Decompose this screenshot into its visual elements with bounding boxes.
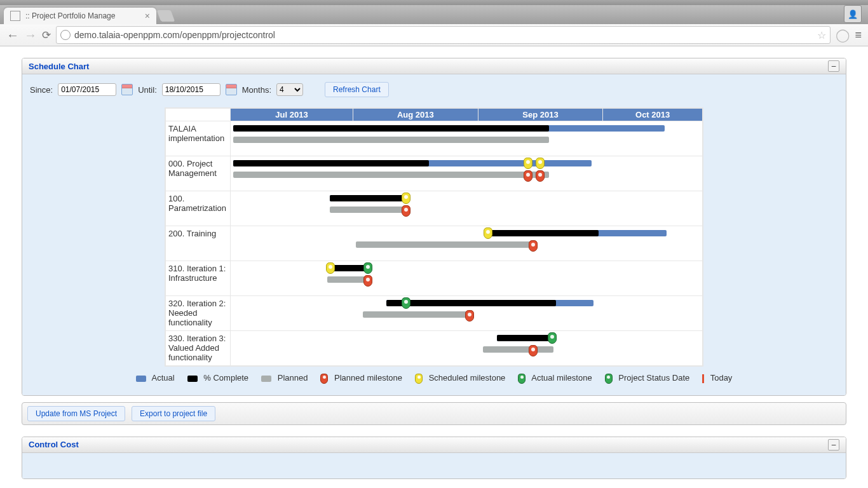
legend-item-today: Today (702, 373, 732, 384)
panel-header: Schedule Chart – (22, 58, 846, 74)
new-tab-button[interactable] (157, 10, 175, 22)
reload-button[interactable]: ⟳ (42, 30, 51, 41)
until-input[interactable] (162, 83, 220, 96)
extensions-icon[interactable]: ◯ (836, 29, 850, 41)
milestone-pin-scheduled (484, 227, 492, 239)
gantt-task-name: 310. Iteration 1: Infrastructure (166, 261, 231, 296)
panel-collapse-button[interactable]: – (828, 439, 839, 451)
gantt-bar-planned (483, 346, 553, 353)
gantt-bar-planned (363, 311, 471, 318)
filter-row: Since: Until: Months: 4 Refresh Chart (30, 82, 838, 97)
milestone-pin-planned (529, 345, 538, 356)
months-select[interactable]: 4 (276, 83, 303, 96)
page-body: Schedule Chart – Since: Until: Months: 4… (0, 58, 868, 479)
gantt-row: TALAIA implementation (166, 121, 703, 156)
menu-button[interactable]: ≡ (855, 29, 862, 42)
panel-collapse-button[interactable]: – (828, 60, 839, 72)
gantt-bar-complete (497, 335, 553, 341)
gantt-bar-cell (231, 191, 703, 226)
gantt-row: 310. Iteration 1: Infrastructure (166, 261, 703, 296)
panel-body (22, 453, 846, 478)
panel-control-cost: Control Cost – (22, 437, 846, 479)
tab-strip: :: Project Portfolio Manage × 👤 (0, 5, 868, 24)
legend-item-planned-milestone: Planned milestone (320, 373, 402, 384)
gantt-task-name: 200. Training (166, 226, 231, 261)
pin-icon-green (605, 374, 613, 384)
milestone-pin-scheduled (326, 262, 335, 274)
legend-item-scheduled-milestone: Scheduled milestone (415, 373, 505, 384)
forward-button[interactable]: → (24, 29, 37, 41)
gantt-bar-planned (233, 172, 549, 178)
panel-title: Schedule Chart (29, 62, 89, 71)
gantt-corner-cell (166, 109, 231, 121)
back-button[interactable]: ← (6, 29, 19, 41)
today-marker-icon (702, 374, 704, 383)
export-to-project-file-button[interactable]: Export to project file (132, 406, 215, 421)
legend-swatch-actual (136, 376, 146, 382)
close-tab-icon[interactable]: × (145, 11, 150, 21)
milestone-pin-scheduled (536, 158, 545, 169)
milestone-pin-planned (529, 240, 538, 252)
tab-title: :: Project Portfolio Manage (25, 11, 115, 20)
milestone-pin-scheduled (402, 193, 410, 204)
gantt-bar-cell (231, 296, 703, 331)
milestone-pin-planned (536, 170, 545, 182)
gantt-bar-complete (233, 160, 429, 166)
legend-item-actual-milestone: Actual milestone (518, 373, 592, 384)
chrome-top (0, 0, 868, 5)
gantt-bar-cell (231, 261, 703, 296)
pin-icon-yellow (415, 374, 423, 384)
milestone-pin-actual (363, 262, 372, 274)
gantt-bar-cell (231, 331, 703, 366)
gantt-task-name: TALAIA implementation (166, 121, 231, 156)
milestone-pin-actual (548, 332, 557, 344)
gantt-bar-cell (231, 156, 703, 191)
gantt-month-header: Sep 2013 (478, 109, 603, 121)
gantt-task-name: 100. Parametrization (166, 191, 231, 226)
milestone-pin-planned (465, 310, 474, 322)
gantt-bar-complete (233, 125, 549, 132)
months-label: Months: (242, 85, 271, 95)
gantt-row: 000. Project Management (166, 156, 703, 191)
gantt-month-header: Jul 2013 (231, 109, 353, 121)
panel-title: Control Cost (29, 440, 79, 449)
milestone-pin-planned (363, 275, 372, 287)
favicon-icon (10, 11, 20, 21)
address-bar[interactable]: demo.talaia-openppm.com/openppm/projectc… (56, 26, 831, 44)
legend-item-planned: Planned (261, 373, 308, 384)
browser-tab[interactable]: :: Project Portfolio Manage × (4, 8, 156, 24)
update-from-msproject-button[interactable]: Update from MS Project (27, 406, 125, 421)
gantt-month-header: Aug 2013 (353, 109, 478, 121)
gantt-task-name: 320. Iteration 2: Needed functionality (166, 296, 231, 331)
gantt-row: 200. Training (166, 226, 703, 261)
calendar-icon[interactable] (121, 84, 133, 95)
gantt-row: 330. Iteration 3: Valued Added functiona… (166, 331, 703, 366)
gantt-month-header: Oct 2013 (603, 109, 703, 121)
pin-icon-red (320, 374, 328, 384)
gantt-bar-complete (330, 195, 407, 201)
url-text: demo.talaia-openppm.com/openppm/projectc… (74, 30, 813, 40)
action-bar: Update from MS Project Export to project… (22, 402, 846, 425)
since-label: Since: (30, 85, 53, 95)
gantt-task-name: 000. Project Management (166, 156, 231, 191)
bookmark-star-icon[interactable]: ☆ (817, 29, 826, 41)
milestone-pin-actual (402, 297, 410, 309)
gantt-bar-planned (356, 241, 535, 248)
gantt-legend: Actual % Complete Planned Planned milest… (30, 373, 838, 384)
legend-item-status-date: Project Status Date (605, 373, 690, 384)
milestone-pin-planned (402, 205, 410, 217)
pin-icon-green (518, 374, 526, 384)
milestone-pin-planned (524, 170, 532, 182)
panel-header: Control Cost – (22, 437, 846, 453)
profile-avatar-button[interactable]: 👤 (844, 5, 862, 23)
gantt-bar-cell (231, 121, 703, 156)
panel-body: Since: Until: Months: 4 Refresh Chart (22, 74, 846, 395)
gantt-bar-complete (386, 300, 556, 306)
gantt-header-row: Jul 2013Aug 2013Sep 2013Oct 2013 (166, 109, 703, 121)
calendar-icon[interactable] (226, 84, 237, 95)
legend-item-actual: Actual (136, 373, 175, 384)
legend-swatch-complete (187, 376, 198, 382)
refresh-chart-button[interactable]: Refresh Chart (325, 82, 389, 97)
since-input[interactable] (58, 83, 116, 96)
gantt-bar-cell (231, 226, 703, 261)
